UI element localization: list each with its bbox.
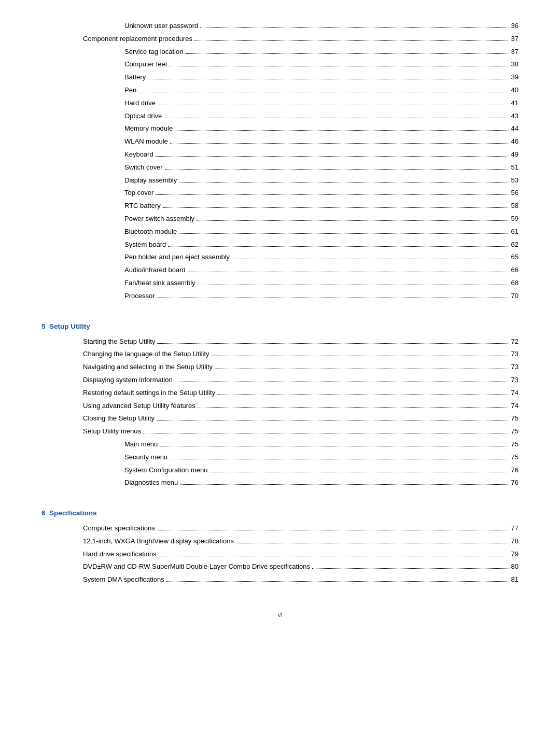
toc-entry-keyboard: Keyboard 49 [41, 149, 519, 160]
toc-entry-restoring-defaults: Restoring default settings in the Setup … [41, 388, 519, 399]
toc-entry-rtc-battery: RTC battery 58 [41, 201, 519, 212]
toc-entry-optical-drive: Optical drive 43 [41, 111, 519, 122]
toc-entry-audio-infrared: Audio/infrared board 66 [41, 265, 519, 276]
toc-entry-memory-module: Memory module 44 [41, 123, 519, 134]
toc-entry-battery: Battery 39 [41, 72, 519, 83]
toc-entry-system-board: System board 62 [41, 240, 519, 250]
toc-entry-hdd-specs: Hard drive specifications 79 [41, 549, 519, 560]
toc-entry-top-cover: Top cover 56 [41, 188, 519, 199]
toc-entry-bluetooth: Bluetooth module 61 [41, 227, 519, 237]
toc-entry-dvd-specs: DVD±RW and CD-RW SuperMulti Double-Layer… [41, 561, 519, 572]
pre-section-entries: Unknown user password 36 Component repla… [41, 21, 519, 302]
toc-entry-main-menu: Main menu 75 [41, 439, 519, 450]
toc-entry-display-assembly: Display assembly 53 [41, 175, 519, 186]
toc-entry-security-menu: Security menu 75 [41, 452, 519, 463]
toc-entry-diagnostics-menu: Diagnostics menu 76 [41, 477, 519, 488]
toc-entry-pen-holder: Pen holder and pen eject assembly 65 [41, 252, 519, 263]
section-5-heading: 5 Setup Utility [41, 322, 519, 330]
toc-entry-computer-feet: Computer feet 38 [41, 59, 519, 70]
toc-container: Unknown user password 36 Component repla… [41, 21, 519, 585]
section-5-entries: Starting the Setup Utility 72 Changing t… [41, 336, 519, 489]
toc-entry-wlan-module: WLAN module 46 [41, 136, 519, 147]
toc-entry-unknown-user-password: Unknown user password 36 [41, 21, 519, 32]
toc-entry-computer-specs: Computer specifications 77 [41, 523, 519, 534]
toc-entry-pen: Pen 40 [41, 85, 519, 96]
toc-entry-starting-setup: Starting the Setup Utility 72 [41, 336, 519, 347]
page-footer: vi [41, 611, 519, 619]
toc-entry-setup-menus: Setup Utility menus 75 [41, 426, 519, 437]
toc-entry-navigating-selecting: Navigating and selecting in the Setup Ut… [41, 362, 519, 373]
toc-entry-hard-drive: Hard drive 41 [41, 98, 519, 109]
section-6-heading: 6 Specifications [41, 509, 519, 517]
toc-entry-dma-specs: System DMA specifications 81 [41, 574, 519, 585]
toc-entry-system-config-menu: System Configuration menu 76 [41, 465, 519, 476]
section-6-entries: Computer specifications 77 12.1-inch, WX… [41, 523, 519, 585]
toc-entry-power-switch: Power switch assembly 59 [41, 214, 519, 224]
toc-entry-displaying-sysinfo: Displaying system information 73 [41, 375, 519, 386]
toc-entry-fan-heat-sink: Fan/heat sink assembly 68 [41, 278, 519, 289]
toc-entry-display-specs: 12.1-inch, WXGA BrightView display speci… [41, 536, 519, 547]
toc-entry-processor: Processor 70 [41, 291, 519, 302]
toc-entry-switch-cover: Switch cover 51 [41, 162, 519, 173]
toc-entry-changing-language: Changing the language of the Setup Utili… [41, 349, 519, 360]
toc-entry-component-replacement: Component replacement procedures 37 [41, 34, 519, 45]
toc-entry-closing-setup: Closing the Setup Utility 75 [41, 413, 519, 424]
toc-entry-advanced-features: Using advanced Setup Utility features 74 [41, 401, 519, 412]
toc-entry-service-tag: Service tag location 37 [41, 47, 519, 58]
